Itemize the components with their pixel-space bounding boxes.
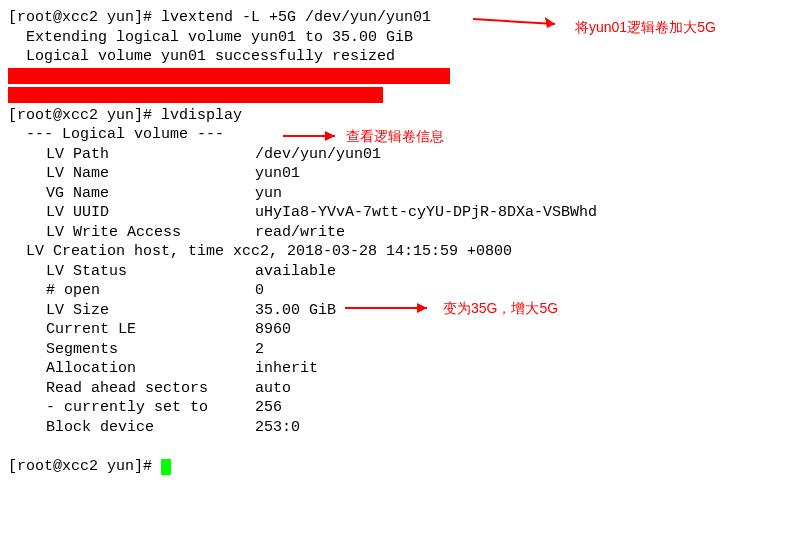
lv-name-label: LV Name (8, 164, 255, 184)
lv-creation-label: LV Creation host, time (8, 243, 233, 260)
lv-access-label: LV Write Access (8, 223, 255, 243)
vg-name-value: yun (255, 184, 789, 204)
lv-alloc-row: Allocationinherit (8, 359, 789, 379)
lv-block-row: Block device253:0 (8, 418, 789, 438)
lv-block-label: Block device (8, 418, 255, 438)
lv-currently-label: - currently set to (8, 398, 255, 418)
prompt: [root@xcc2 yun]# (8, 9, 161, 26)
lv-status-label: LV Status (8, 262, 255, 282)
lv-open-value: 0 (255, 281, 789, 301)
lv-readahead-label: Read ahead sectors (8, 379, 255, 399)
lv-creation-value: xcc2, 2018-03-28 14:15:59 +0800 (233, 243, 512, 260)
lv-name-row: LV Nameyun01 (8, 164, 789, 184)
lv-uuid-label: LV UUID (8, 203, 255, 223)
lv-segments-row: Segments2 (8, 340, 789, 360)
command-lvextend: lvextend -L +5G /dev/yun/yun01 (161, 9, 431, 26)
cursor-icon (161, 459, 171, 475)
command-line-2: [root@xcc2 yun]# lvdisplay (8, 106, 789, 126)
lv-le-row: Current LE8960 (8, 320, 789, 340)
annotation-3: 变为35G，增大5G (443, 299, 558, 317)
lv-segments-label: Segments (8, 340, 255, 360)
lv-status-row: LV Statusavailable (8, 262, 789, 282)
lv-size-label: LV Size (8, 301, 255, 321)
lv-access-row: LV Write Accessread/write (8, 223, 789, 243)
lv-le-label: Current LE (8, 320, 255, 340)
lv-path-row: LV Path/dev/yun/yun01 (8, 145, 789, 165)
lv-path-value: /dev/yun/yun01 (255, 145, 789, 165)
svg-line-0 (473, 19, 555, 24)
annotation-1: 将yun01逻辑卷加大5G (575, 18, 716, 36)
redacted-line-1 (8, 67, 789, 87)
output-resized: Logical volume yun01 successfully resize… (8, 47, 789, 67)
svg-marker-1 (545, 17, 555, 28)
vg-name-row: VG Nameyun (8, 184, 789, 204)
lv-access-value: read/write (255, 223, 789, 243)
lv-block-value: 253:0 (255, 418, 789, 438)
vg-name-label: VG Name (8, 184, 255, 204)
lv-open-label: # open (8, 281, 255, 301)
redacted-block (8, 87, 383, 103)
command-line-3[interactable]: [root@xcc2 yun]# (8, 457, 789, 477)
redacted-block (8, 68, 450, 84)
lv-path-label: LV Path (8, 145, 255, 165)
prompt: [root@xcc2 yun]# (8, 458, 161, 475)
arrow-icon (473, 10, 563, 28)
lv-open-row: # open0 (8, 281, 789, 301)
lv-alloc-value: inherit (255, 359, 789, 379)
arrow-icon (345, 300, 435, 316)
lv-uuid-value: uHyIa8-YVvA-7wtt-cyYU-DPjR-8DXa-VSBWhd (255, 203, 789, 223)
blank-line (8, 437, 789, 457)
lv-readahead-value: auto (255, 379, 789, 399)
lv-le-value: 8960 (255, 320, 789, 340)
lv-status-value: available (255, 262, 789, 282)
annotation-2: 查看逻辑卷信息 (346, 127, 444, 145)
lv-creation-row: LV Creation host, time xcc2, 2018-03-28 … (8, 242, 789, 262)
prompt: [root@xcc2 yun]# (8, 107, 161, 124)
svg-marker-5 (417, 303, 427, 313)
lv-name-value: yun01 (255, 164, 789, 184)
lv-segments-value: 2 (255, 340, 789, 360)
svg-marker-3 (325, 131, 335, 141)
arrow-icon (283, 128, 343, 144)
lv-readahead-row: Read ahead sectorsauto (8, 379, 789, 399)
lv-currently-row: - currently set to256 (8, 398, 789, 418)
lv-alloc-label: Allocation (8, 359, 255, 379)
command-lvdisplay: lvdisplay (161, 107, 242, 124)
lv-uuid-row: LV UUIDuHyIa8-YVvA-7wtt-cyYU-DPjR-8DXa-V… (8, 203, 789, 223)
redacted-line-2 (8, 86, 789, 106)
lv-currently-value: 256 (255, 398, 789, 418)
